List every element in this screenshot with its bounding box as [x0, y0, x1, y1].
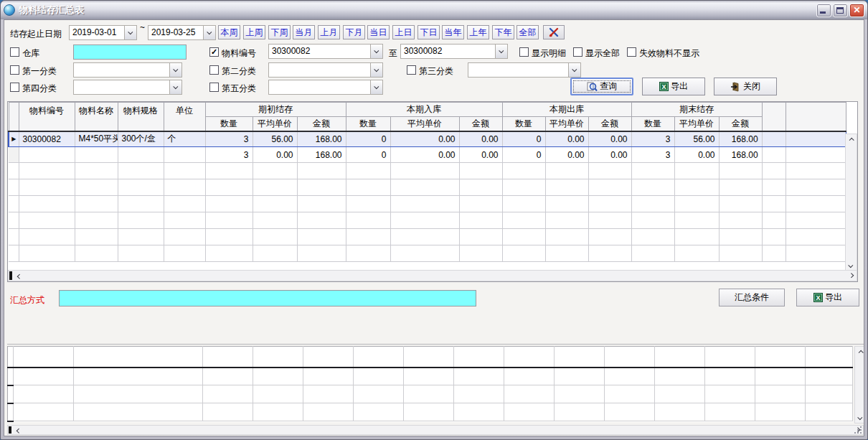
- hide-invalid-checkbox[interactable]: [627, 47, 636, 57]
- date-from-combo[interactable]: 2019-03-01: [69, 25, 137, 40]
- cat4-combo[interactable]: [73, 80, 182, 95]
- quick-next-week-button[interactable]: 下周: [268, 25, 291, 39]
- scroll-right-icon[interactable]: [846, 271, 857, 281]
- cell-value[interactable]: 0.00: [390, 131, 459, 147]
- cell-code[interactable]: 30300082: [19, 131, 75, 147]
- quick-prev-day-button[interactable]: 上日: [392, 25, 415, 39]
- chevron-down-icon[interactable]: [370, 63, 382, 77]
- cell-value[interactable]: 168.00: [297, 131, 346, 147]
- cat2-checkbox[interactable]: [209, 65, 219, 75]
- show-all-checkbox[interactable]: [573, 47, 582, 57]
- quick-this-month-button[interactable]: 当月: [293, 25, 315, 39]
- cell-spec[interactable]: 300个/盒: [118, 131, 164, 147]
- close-button[interactable]: ✕: [849, 4, 864, 17]
- scroll-down-icon[interactable]: [846, 261, 856, 271]
- cell-value[interactable]: 168.00: [719, 131, 762, 147]
- quick-next-month-button[interactable]: 下月: [343, 25, 365, 39]
- cat1-checkbox[interactable]: [10, 65, 19, 75]
- grid-cell: [8, 368, 14, 385]
- cell-value[interactable]: 56.00: [253, 131, 297, 147]
- excel-icon: X: [813, 293, 823, 302]
- cell-name[interactable]: M4*50平头自: [75, 131, 118, 147]
- grid-cell: [762, 229, 786, 245]
- cell-value[interactable]: 3: [631, 131, 674, 147]
- cat1-combo[interactable]: [73, 62, 182, 78]
- chevron-down-icon[interactable]: [203, 26, 215, 39]
- summary-condition-button[interactable]: 汇总条件: [719, 289, 785, 306]
- chevron-down-icon[interactable]: [169, 63, 181, 77]
- table-row-selected[interactable]: ▶ 30300082 M4*50平头自 300个/盒 个 3 56.00 168…: [9, 131, 846, 147]
- maximize-button[interactable]: [833, 4, 848, 17]
- cat3-combo[interactable]: [468, 62, 581, 78]
- chevron-down-icon[interactable]: [370, 45, 382, 58]
- chevron-down-icon[interactable]: [495, 45, 507, 58]
- material-no-checkbox[interactable]: ✓: [209, 47, 219, 57]
- show-detail-checkbox[interactable]: [519, 47, 529, 57]
- quick-this-week-button[interactable]: 本周: [218, 25, 240, 39]
- grid-cell: [502, 163, 545, 179]
- cell-value[interactable]: 0.00: [459, 131, 502, 147]
- scroll-down-icon[interactable]: [855, 413, 864, 423]
- grid-cell: [9, 163, 19, 179]
- grid-cell: [631, 212, 674, 229]
- cell-value[interactable]: 0: [346, 131, 390, 147]
- summary-export-button[interactable]: X 导出: [796, 289, 859, 306]
- cat5-combo[interactable]: [268, 80, 383, 95]
- cell-unit[interactable]: 个: [164, 131, 205, 147]
- quick-all-button[interactable]: 全部: [516, 25, 539, 39]
- date-to-combo[interactable]: 2019-03-25: [148, 25, 216, 40]
- splitter-handle[interactable]: [9, 271, 12, 280]
- quick-last-week-button[interactable]: 上周: [243, 25, 265, 39]
- chevron-down-icon[interactable]: [370, 80, 382, 94]
- warehouse-checkbox[interactable]: [10, 47, 19, 57]
- scroll-left-icon[interactable]: [14, 271, 24, 281]
- empty-row: [8, 403, 853, 421]
- cat5-checkbox[interactable]: [209, 83, 219, 92]
- cell-value[interactable]: 56.00: [674, 131, 719, 147]
- cell-value[interactable]: 0: [502, 131, 545, 147]
- summary-method-input[interactable]: [59, 290, 476, 306]
- quick-next-day-button[interactable]: 下日: [418, 25, 440, 39]
- grid-cell: [346, 229, 390, 245]
- quick-last-year-button[interactable]: 上年: [467, 25, 489, 39]
- cell-value[interactable]: 0.00: [545, 131, 588, 147]
- table-total-row[interactable]: 3 0.00 168.00 0 0.00 0.00 0 0.00 0.00 3 …: [9, 147, 846, 163]
- scroll-up-icon[interactable]: [846, 134, 856, 144]
- titlebar[interactable]: 物料结存汇总表 ✕: [1, 1, 867, 19]
- cell-value[interactable]: 0.00: [588, 131, 631, 147]
- scroll-left-icon[interactable]: [13, 425, 23, 435]
- quick-today-button[interactable]: 当日: [367, 25, 390, 39]
- grid-cell: [705, 368, 755, 385]
- chevron-down-icon[interactable]: [568, 63, 580, 77]
- cat3-checkbox[interactable]: [407, 65, 416, 75]
- bottom-grid-hscrollbar[interactable]: [7, 425, 864, 435]
- main-grid-vscrollbar[interactable]: [845, 134, 857, 271]
- grid-cell: [14, 403, 74, 421]
- export-button[interactable]: X 导出: [642, 78, 705, 95]
- grid-cell: [253, 245, 297, 262]
- cat4-checkbox[interactable]: [10, 83, 19, 92]
- query-button[interactable]: 查询: [570, 78, 633, 95]
- quick-this-year-button[interactable]: 当年: [442, 25, 464, 39]
- warehouse-input[interactable]: [73, 45, 187, 60]
- cat2-combo[interactable]: [268, 62, 383, 78]
- bottom-grid-vscrollbar[interactable]: [854, 346, 864, 423]
- close-form-button[interactable]: 关闭: [714, 78, 777, 95]
- splitter-handle[interactable]: [9, 426, 11, 434]
- tools-button[interactable]: [543, 25, 565, 39]
- quick-next-year-button[interactable]: 下年: [492, 25, 514, 39]
- scroll-up-icon[interactable]: [855, 347, 864, 357]
- main-grid-hscrollbar[interactable]: [8, 270, 857, 281]
- col-header-spec: 物料规格: [118, 103, 164, 131]
- cell-value[interactable]: 3: [205, 131, 253, 147]
- export-button-label: 导出: [671, 80, 688, 93]
- material-to-combo[interactable]: 30300082: [400, 44, 508, 59]
- sub-header: 平均单价: [390, 117, 459, 131]
- material-from-combo[interactable]: 30300082: [268, 44, 383, 59]
- minimize-button[interactable]: [816, 4, 831, 17]
- chevron-down-icon[interactable]: [124, 26, 136, 39]
- chevron-down-icon[interactable]: [169, 80, 181, 94]
- sub-header: 金额: [719, 117, 762, 131]
- resize-grip[interactable]: [854, 426, 863, 435]
- quick-last-month-button[interactable]: 上月: [318, 25, 340, 39]
